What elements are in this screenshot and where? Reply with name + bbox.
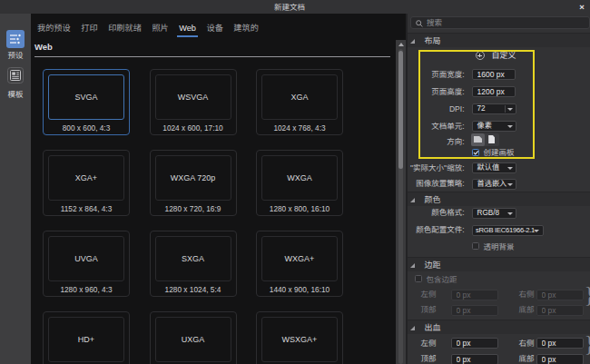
page-height-label: 页面高度: — [408, 86, 465, 98]
color-format-label: 颜色格式: — [408, 207, 465, 219]
main-area: 我的预设 打印 印刷就绪 照片 Web 设备 建筑的 Web SVGA 800 … — [31, 14, 396, 364]
bleed-bottom-label: 底部 — [502, 353, 535, 364]
page-height-input[interactable] — [472, 86, 516, 97]
tab-photo[interactable]: 照片 — [152, 21, 168, 35]
preset-thumbnail: WXGA 720p — [155, 155, 231, 201]
bleed-top-input[interactable] — [451, 354, 498, 364]
search-input[interactable]: 搜索 — [410, 16, 590, 30]
dpi-combo[interactable]: 72 — [472, 103, 517, 114]
preset-size: 1280 x 720, 16:9 — [142, 203, 245, 214]
preset-card-xga-plus[interactable]: XGA+ 1152 x 864, 4:3 — [43, 150, 130, 216]
page-width-row: 页面宽度: — [408, 69, 590, 81]
bleed-right-input[interactable] — [536, 338, 584, 349]
margins-link-brace-icon[interactable]: } — [585, 282, 590, 308]
preset-card-wsvga[interactable]: WSVGA 1024 x 600, 17:10 — [150, 69, 237, 135]
tab-my-presets[interactable]: 我的预设 — [37, 21, 71, 35]
include-margins-label: 包含边距 — [427, 276, 457, 284]
collapse-triangle-icon — [410, 39, 415, 44]
heading-rule — [34, 56, 390, 57]
color-format-combo[interactable]: RGB/8 — [472, 208, 517, 219]
preset-card-uxga[interactable]: UXGA — [150, 311, 237, 364]
templates-icon — [7, 67, 24, 84]
grid-scrollbar[interactable] — [396, 40, 406, 364]
scrollbar-thumb[interactable] — [398, 51, 403, 169]
image-placement-label: 图像放置策略: — [408, 178, 465, 190]
bleed-left-label: 左侧 — [408, 338, 437, 349]
chevron-down-icon — [507, 183, 513, 186]
preset-card-sxga[interactable]: SXGA 1280 x 1024, 5:4 — [150, 231, 237, 297]
preset-thumbnail: WXGA+ — [261, 236, 338, 281]
portrait-icon — [488, 135, 495, 144]
preset-thumbnail: WSVGA — [155, 74, 231, 120]
bleed-left-input[interactable] — [451, 338, 498, 349]
orientation-toggle — [471, 133, 499, 146]
actual-size-zoom-value: 默认值 — [477, 163, 500, 173]
chevron-down-icon — [507, 212, 513, 215]
preset-card-wxga[interactable]: WXGA 1280 x 800, 16:10 — [256, 150, 343, 216]
preset-thumbnail: UXGA — [155, 317, 231, 362]
section-header-layout[interactable]: 布局 — [408, 33, 590, 47]
image-placement-combo[interactable]: 首选嵌入 — [472, 179, 517, 190]
section-header-margins[interactable]: 边距 — [408, 257, 590, 271]
preset-card-wxga-720p[interactable]: WXGA 720p 1280 x 720, 16:9 — [150, 150, 237, 216]
orientation-landscape-button[interactable] — [471, 133, 486, 146]
transparent-bg-checkbox[interactable] — [472, 242, 479, 250]
preset-name: XGA — [290, 93, 308, 102]
plus-icon — [476, 51, 485, 60]
preset-name: HD+ — [78, 335, 94, 344]
include-margins-checkbox[interactable] — [415, 275, 422, 282]
preset-card-svga[interactable]: SVGA 800 x 600, 4:3 — [43, 69, 130, 135]
bleed-link-brace-icon[interactable]: } — [585, 331, 590, 357]
preset-thumbnail: HD+ — [48, 317, 124, 362]
settings-panel: 搜索 布局 自定义 页面宽度: 页面高度: DPI: 72 文档单元: 像素 方… — [408, 14, 590, 364]
tab-print[interactable]: 打印 — [81, 21, 97, 35]
preset-size: 1152 x 864, 4:3 — [34, 203, 138, 214]
tab-web[interactable]: Web — [179, 21, 196, 35]
preset-card-hd-plus[interactable]: HD+ — [43, 311, 130, 364]
preset-name: XGA+ — [75, 173, 97, 182]
orientation-row: 方向: — [408, 134, 590, 146]
margins-row-2: 顶部 底部 — [408, 304, 590, 316]
orientation-label: 方向: — [408, 136, 465, 148]
preset-thumbnail: XGA — [261, 74, 338, 120]
tab-press-ready[interactable]: 印刷就绪 — [108, 21, 142, 35]
preset-name: WXGA — [287, 173, 312, 182]
doc-units-value: 像素 — [477, 122, 492, 132]
margin-left-input[interactable] — [451, 290, 498, 300]
preset-size: 1440 x 900, 16:10 — [248, 284, 351, 295]
margin-bottom-input[interactable] — [536, 305, 584, 316]
margin-top-input[interactable] — [451, 305, 498, 316]
preset-card-wsxga-plus[interactable]: WSXGA+ — [256, 311, 343, 364]
tab-devices[interactable]: 设备 — [206, 21, 222, 35]
scrollbar-up-arrow-icon[interactable] — [398, 43, 404, 46]
margin-bottom-label: 底部 — [502, 304, 535, 316]
include-margins-row: 包含边距 — [408, 275, 590, 287]
section-header-color[interactable]: 颜色 — [408, 192, 590, 206]
bleed-bottom-input[interactable] — [536, 354, 584, 364]
section-header-bleed[interactable]: 出血 — [408, 320, 590, 334]
doc-units-label: 文档单元: — [408, 121, 465, 133]
section-title-layout: 布局 — [425, 34, 441, 48]
chevron-down-icon — [507, 125, 513, 128]
close-icon[interactable]: × — [576, 0, 587, 14]
new-document-dialog: { "window": { "title": "新建文档", "close_ic… — [0, 0, 590, 364]
preset-card-uvga[interactable]: UVGA 1280 x 960, 4:3 — [43, 231, 130, 297]
preset-card-wxga-plus[interactable]: WXGA+ 1440 x 900, 16:10 — [256, 231, 343, 297]
orientation-portrait-button[interactable] — [485, 133, 499, 146]
preset-size: 1280 x 800, 16:10 — [248, 203, 351, 214]
transparent-bg-row: 透明背景 — [408, 242, 590, 254]
doc-units-row: 文档单元: 像素 — [408, 121, 590, 133]
create-artboard-checkbox[interactable] — [472, 149, 479, 156]
collapse-triangle-icon — [410, 263, 415, 268]
color-profile-combo[interactable]: sRGB IEC61966-2.1 — [472, 225, 544, 236]
sidebar-item-presets-label: 预设 — [0, 49, 31, 60]
actual-size-zoom-combo[interactable]: 默认值 — [472, 162, 517, 173]
page-width-input[interactable] — [472, 69, 516, 80]
tab-architectural[interactable]: 建筑的 — [233, 21, 259, 35]
preset-card-xga[interactable]: XGA 1024 x 768, 4:3 — [256, 69, 343, 135]
margin-top-label: 顶部 — [408, 304, 437, 316]
section-title-margins: 边距 — [425, 258, 441, 272]
page-height-row: 页面高度: — [408, 86, 590, 98]
doc-units-combo[interactable]: 像素 — [472, 121, 517, 132]
margin-right-input[interactable] — [536, 290, 584, 300]
